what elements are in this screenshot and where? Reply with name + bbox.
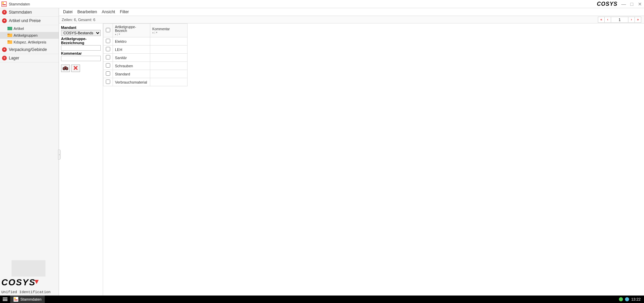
select-all-checkbox[interactable]: [106, 28, 110, 32]
sidebar-item-label: Verpackung/Gebinde: [9, 47, 47, 52]
menubar: Datei Bearbeiten Ansicht Filter: [59, 8, 644, 16]
start-menu-button[interactable]: [0, 296, 10, 303]
svg-point-11: [63, 67, 65, 70]
footer-logo: COSYS: [1, 277, 59, 290]
cell-artikelgruppe: LEH: [113, 46, 150, 54]
table-row[interactable]: Verbrauchsmaterial: [103, 78, 188, 86]
system-tray: 13:22: [619, 297, 644, 301]
expand-icon: +: [2, 18, 7, 23]
sidebar-item-verpackung[interactable]: + Verpackung/Gebinde: [0, 46, 59, 54]
table-area: Artikelgruppe-Bezeich ▴ | ▾ Kommentar ▴ …: [103, 23, 644, 296]
cell-kommentar: [150, 46, 188, 54]
svg-rect-2: [2, 4, 6, 5]
task-label: Stammdaten: [20, 297, 41, 301]
sidebar-sub-artikelgruppen[interactable]: Artikelgruppen: [0, 32, 59, 39]
sidebar-sub-kdspez[interactable]: Kdspez. Artikelpreis: [0, 39, 59, 46]
header-label: Artikelgruppe-Bezeich: [115, 25, 148, 33]
table-row[interactable]: Standard: [103, 70, 188, 78]
cell-kommentar: [150, 54, 188, 62]
sidebar-footer: COSYS Unified Identification: [0, 258, 59, 296]
row-checkbox[interactable]: [106, 39, 110, 43]
cell-artikelgruppe: Sanitär: [113, 54, 150, 62]
x-icon: [73, 66, 78, 71]
footer-tagline: Unified Identification: [1, 290, 59, 294]
menu-ansicht[interactable]: Ansicht: [102, 10, 115, 14]
pager-prev-button[interactable]: ‹: [604, 17, 611, 23]
svg-text:COSYS: COSYS: [1, 277, 36, 287]
clear-button[interactable]: [71, 65, 80, 72]
cell-artikelgruppe: Schrauben: [113, 62, 150, 70]
svg-rect-8: [7, 40, 9, 41]
svg-rect-6: [7, 34, 9, 35]
svg-rect-1: [2, 2, 4, 4]
menu-datei[interactable]: Datei: [63, 10, 73, 14]
sidebar-item-artikel-preise[interactable]: + Artikel und Preise: [0, 17, 59, 25]
taskbar: Stammdaten 13:22: [0, 296, 644, 303]
table-row[interactable]: Schrauben: [103, 62, 188, 70]
logo-text: COSYS: [597, 1, 618, 7]
kommentar-label: Kommentar: [61, 51, 101, 55]
sidebar-sub-label: Kdspez. Artikelpreis: [14, 40, 46, 44]
sidebar-sub-artikel[interactable]: Artikel: [0, 25, 59, 32]
binoculars-icon: [63, 66, 68, 71]
row-count-text: Zeilen: 6, Gesamt: 6: [62, 18, 95, 22]
sidebar-item-label: Lager: [9, 56, 19, 60]
mandant-select[interactable]: COSYS-Bestands: [61, 30, 101, 36]
main-panel: Datei Bearbeiten Ansicht Filter Zeilen: …: [59, 8, 644, 296]
row-checkbox[interactable]: [106, 63, 110, 68]
cell-kommentar: [150, 70, 188, 78]
header-kommentar[interactable]: Kommentar ▴ | ▾: [150, 24, 188, 37]
app-icon: [14, 297, 18, 302]
artikelgruppen-table: Artikelgruppe-Bezeich ▴ | ▾ Kommentar ▴ …: [103, 23, 188, 86]
artikelgruppe-label: Artikelgruppe-Bezeichnung: [61, 37, 101, 45]
minimize-button[interactable]: —: [621, 1, 626, 7]
row-checkbox[interactable]: [106, 55, 110, 59]
sidebar-collapse-handle[interactable]: ‹: [58, 149, 61, 160]
sidebar-item-stammdaten[interactable]: + Stammdaten: [0, 8, 59, 17]
kommentar-input[interactable]: [61, 56, 101, 61]
header-label: Kommentar: [152, 27, 185, 31]
sidebar-sub-label: Artikelgruppen: [14, 33, 38, 37]
row-checkbox[interactable]: [106, 71, 110, 76]
header-checkbox-col: [103, 24, 113, 37]
svg-rect-15: [14, 298, 16, 299]
expand-icon: +: [2, 47, 7, 52]
row-checkbox[interactable]: [106, 79, 110, 84]
row-checkbox[interactable]: [106, 47, 110, 51]
expand-icon: +: [2, 10, 7, 15]
app-icon: [1, 1, 7, 7]
taskbar-app-stammdaten[interactable]: Stammdaten: [10, 296, 45, 303]
svg-rect-13: [64, 66, 66, 68]
tray-icon-1[interactable]: [619, 297, 623, 301]
pager-last-button[interactable]: »: [635, 17, 641, 23]
close-button[interactable]: ✕: [637, 1, 643, 7]
pager-first-button[interactable]: «: [598, 17, 605, 23]
menu-filter[interactable]: Filter: [120, 10, 129, 14]
pager-next-button[interactable]: ›: [628, 17, 635, 23]
sidebar: + Stammdaten + Artikel und Preise Artike…: [0, 8, 59, 296]
pager-page-input[interactable]: [611, 17, 628, 23]
filter-panel: Mandant COSYS-Bestands Artikelgruppe-Bez…: [59, 23, 103, 296]
table-row[interactable]: Elektro: [103, 37, 188, 46]
sidebar-sub-label: Artikel: [14, 26, 24, 31]
sidebar-item-label: Artikel und Preise: [9, 18, 41, 23]
table-row[interactable]: Sanitär: [103, 54, 188, 62]
sort-icons[interactable]: ▴ | ▾: [115, 33, 148, 36]
mandant-label: Mandant: [61, 25, 101, 30]
header-artikelgruppe[interactable]: Artikelgruppe-Bezeich ▴ | ▾: [113, 24, 150, 37]
table-row[interactable]: LEH: [103, 46, 188, 54]
search-button[interactable]: [61, 65, 70, 72]
sidebar-item-lager[interactable]: + Lager: [0, 54, 59, 63]
footer-gray-box: [12, 260, 45, 277]
title-bar: Stammdaten COSYS — □ ✕: [0, 0, 644, 8]
sidebar-item-label: Stammdaten: [9, 10, 32, 15]
cell-kommentar: [150, 78, 188, 86]
artikelgruppe-input[interactable]: [61, 45, 101, 51]
menu-bearbeiten[interactable]: Bearbeiten: [77, 10, 97, 14]
tray-icon-2[interactable]: [625, 297, 629, 301]
window-title: Stammdaten: [9, 2, 30, 6]
svg-rect-16: [14, 300, 18, 300]
sort-icons[interactable]: ▴ | ▾: [152, 31, 185, 34]
window-controls: — □ ✕: [621, 1, 643, 7]
maximize-button[interactable]: □: [629, 1, 635, 7]
